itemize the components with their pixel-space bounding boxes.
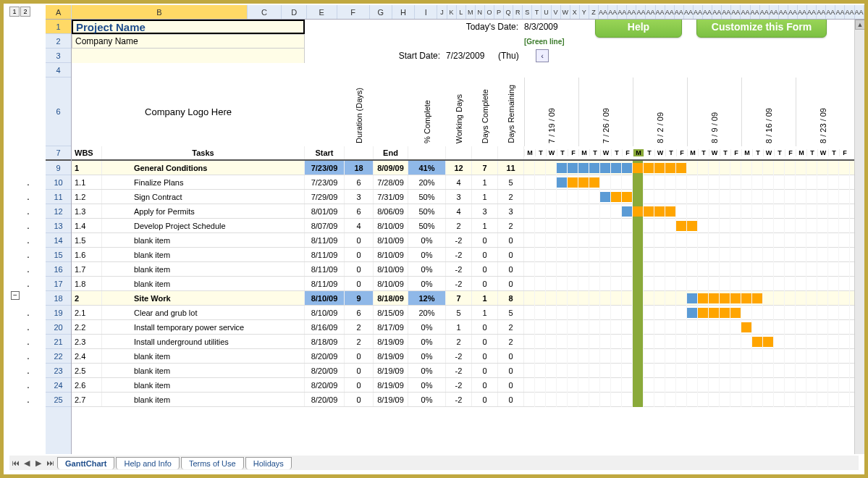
cell-task[interactable]: blank item bbox=[102, 364, 305, 377]
cell-pct[interactable]: 0% bbox=[408, 349, 446, 363]
table-row[interactable]: 2.6blank item8/20/0908/19/090%-200 bbox=[72, 378, 854, 393]
cell-start[interactable]: 8/07/09 bbox=[305, 219, 345, 232]
cell-end[interactable]: 7/31/09 bbox=[374, 190, 408, 204]
table-row[interactable]: 2.1Clear and grub lot8/10/0968/15/0920%5… bbox=[72, 306, 854, 320]
col-header-gantt-44[interactable]: AA bbox=[855, 5, 864, 19]
cell-dc[interactable]: 1 bbox=[472, 219, 498, 232]
cell-dr[interactable]: 0 bbox=[498, 277, 524, 290]
cell-dur[interactable]: 0 bbox=[345, 262, 374, 276]
row-header-22[interactable]: 22 bbox=[46, 349, 71, 364]
cell-task[interactable]: Install underground utilities bbox=[102, 335, 305, 348]
cell-start[interactable]: 7/23/09 bbox=[305, 161, 345, 175]
cell-wd[interactable]: -2 bbox=[446, 349, 472, 363]
cell-pct[interactable]: 20% bbox=[408, 306, 446, 319]
cell-task[interactable]: blank item bbox=[102, 378, 305, 392]
cell-end[interactable]: 8/17/09 bbox=[374, 320, 408, 334]
cell-task[interactable]: blank item bbox=[102, 262, 305, 276]
col-header-gantt-24[interactable]: AA bbox=[665, 5, 675, 19]
cell-pct[interactable]: 0% bbox=[408, 335, 446, 348]
cell-dc[interactable]: 0 bbox=[472, 393, 498, 406]
cell-dc[interactable]: 1 bbox=[472, 306, 498, 319]
table-row[interactable]: 1.2Sign Contract7/29/0937/31/0950%312 bbox=[72, 190, 854, 204]
table-row[interactable]: 2.4blank item8/20/0908/19/090%-200 bbox=[72, 349, 854, 364]
row-header-14[interactable]: 14 bbox=[46, 233, 71, 248]
cell-task[interactable]: General Conditions bbox=[102, 161, 305, 175]
table-row[interactable]: 2Site Work8/10/0998/18/0912%718 bbox=[72, 291, 854, 306]
table-row[interactable]: 2.5blank item8/20/0908/19/090%-200 bbox=[72, 364, 854, 378]
cell-end[interactable]: 8/10/09 bbox=[374, 277, 408, 290]
cell-dur[interactable]: 0 bbox=[345, 349, 374, 363]
col-header-gantt-30[interactable]: AA bbox=[722, 5, 731, 19]
cell-dur[interactable]: 18 bbox=[345, 161, 374, 175]
row-header-10[interactable]: 10 bbox=[46, 175, 71, 190]
cell-pct[interactable]: 12% bbox=[408, 291, 446, 305]
cell-start[interactable]: 7/23/09 bbox=[305, 175, 345, 189]
col-header-gantt-18[interactable]: AA bbox=[608, 5, 618, 19]
row-header-17[interactable]: 17 bbox=[46, 277, 71, 291]
cell-dur[interactable]: 0 bbox=[345, 364, 374, 377]
cell-wbs[interactable]: 2.7 bbox=[72, 393, 102, 406]
cell-dr[interactable]: 0 bbox=[498, 364, 524, 377]
cell-end[interactable]: 8/19/09 bbox=[374, 335, 408, 348]
cell-pct[interactable]: 0% bbox=[408, 364, 446, 377]
cell-dc[interactable]: 0 bbox=[472, 248, 498, 261]
col-header-gantt-32[interactable]: AA bbox=[741, 5, 750, 19]
col-header-C[interactable]: C bbox=[248, 5, 282, 19]
cell-wbs[interactable]: 1.1 bbox=[72, 175, 102, 189]
cell-dr[interactable]: 0 bbox=[498, 393, 524, 406]
cell-dur[interactable]: 0 bbox=[345, 277, 374, 290]
row-header-21[interactable]: 21 bbox=[46, 335, 71, 349]
cell-start[interactable]: 8/20/09 bbox=[305, 393, 345, 406]
col-header-gantt-35[interactable]: AA bbox=[770, 5, 779, 19]
cell-start[interactable]: 8/10/09 bbox=[305, 306, 345, 319]
cell-dr[interactable]: 0 bbox=[498, 233, 524, 247]
tab-nav-prev[interactable]: ◀ bbox=[21, 457, 33, 469]
col-header-gantt-20[interactable]: AA bbox=[627, 5, 636, 19]
cell-task[interactable]: blank item bbox=[102, 277, 305, 290]
cell-dr[interactable]: 2 bbox=[498, 190, 524, 204]
cell-pct[interactable]: 0% bbox=[408, 248, 446, 261]
row-header-18[interactable]: 18 bbox=[46, 291, 71, 306]
table-row[interactable]: 2.2Install temporary power service8/16/0… bbox=[72, 320, 854, 335]
cell-task[interactable]: Finalize Plans bbox=[102, 175, 305, 189]
col-header-E[interactable]: E bbox=[307, 5, 337, 19]
cell-pct[interactable]: 41% bbox=[408, 161, 446, 175]
cell-dur[interactable]: 6 bbox=[345, 175, 374, 189]
cell-wd[interactable]: -2 bbox=[446, 277, 472, 290]
cell-dr[interactable]: 2 bbox=[498, 219, 524, 232]
cell-task[interactable]: blank item bbox=[102, 248, 305, 261]
cell-end[interactable]: 8/10/09 bbox=[374, 233, 408, 247]
col-header-gantt-31[interactable]: AA bbox=[731, 5, 741, 19]
col-header-gantt-16[interactable]: Z bbox=[589, 5, 599, 19]
col-header-gantt-5[interactable]: O bbox=[485, 5, 494, 19]
cell-wbs[interactable]: 1.4 bbox=[72, 219, 102, 232]
vertical-scrollbar[interactable]: ▲ bbox=[854, 20, 864, 454]
cell-start[interactable]: 8/11/09 bbox=[305, 248, 345, 261]
cell-task[interactable]: Develop Project Schedule bbox=[102, 219, 305, 232]
cell-dc[interactable]: 0 bbox=[472, 335, 498, 348]
col-header-H[interactable]: H bbox=[392, 5, 415, 19]
cell-pct[interactable]: 0% bbox=[408, 378, 446, 392]
cell-wbs[interactable]: 1.7 bbox=[72, 262, 102, 276]
cell-wbs[interactable]: 2.6 bbox=[72, 378, 102, 392]
cell-end[interactable]: 8/19/09 bbox=[374, 378, 408, 392]
col-header-B[interactable]: B bbox=[72, 5, 247, 19]
cell-wd[interactable]: 2 bbox=[446, 219, 472, 232]
col-header-gantt-29[interactable]: AA bbox=[712, 5, 722, 19]
col-header-G[interactable]: G bbox=[370, 5, 392, 19]
col-header-gantt-43[interactable]: AA bbox=[845, 5, 854, 19]
cell-dc[interactable]: 0 bbox=[472, 262, 498, 276]
cell-wbs[interactable]: 1.6 bbox=[72, 248, 102, 261]
table-row[interactable]: 2.3Install underground utilities8/18/092… bbox=[72, 335, 854, 349]
col-header-gantt-11[interactable]: U bbox=[542, 5, 551, 19]
cell-end[interactable]: 8/10/09 bbox=[374, 262, 408, 276]
cell-pct[interactable]: 50% bbox=[408, 190, 446, 204]
col-header-gantt-17[interactable]: AA bbox=[599, 5, 608, 19]
cell-start[interactable]: 8/10/09 bbox=[305, 291, 345, 305]
outline-collapse-2[interactable]: − bbox=[11, 291, 20, 300]
cell-dur[interactable]: 4 bbox=[345, 219, 374, 232]
cell-pct[interactable]: 50% bbox=[408, 204, 446, 218]
customize-button[interactable]: Customize this Form bbox=[696, 20, 827, 38]
cell-dur[interactable]: 3 bbox=[345, 190, 374, 204]
table-row[interactable]: 1.7blank item8/11/0908/10/090%-200 bbox=[72, 262, 854, 277]
